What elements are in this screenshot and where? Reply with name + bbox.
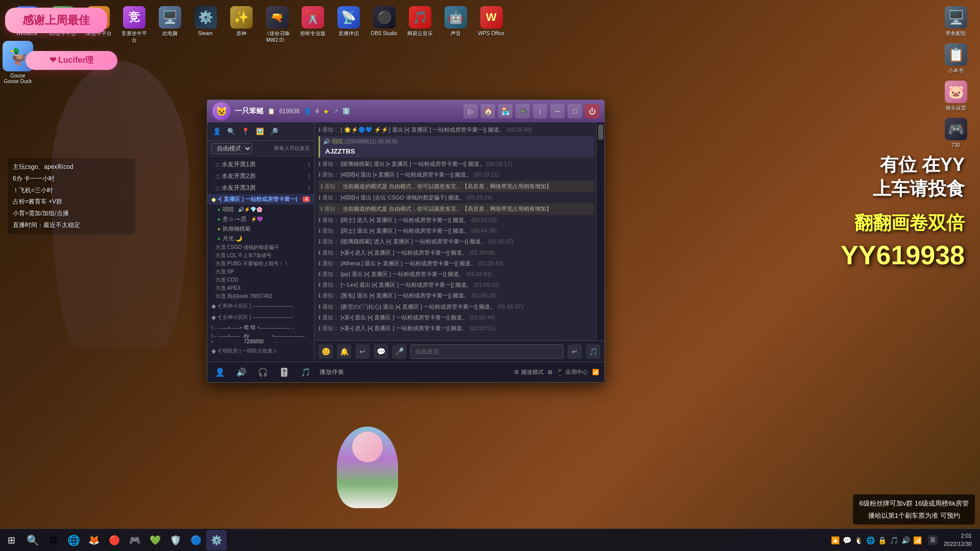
note-cod[interactable]: 方茂 COD — [207, 276, 314, 284]
taskbar-app-security[interactable]: 🛡️ — [165, 530, 186, 550]
yy-bottom-music-icon[interactable]: 🎵 — [298, 365, 313, 380]
yy-channel-mode-btn[interactable]: ⚙ 频道模式 — [514, 368, 544, 376]
chat-text-input[interactable] — [410, 344, 564, 359]
desktop-icon-settings[interactable]: 🐷 猪头设置 — [939, 79, 972, 113]
yy-btn-live[interactable]: ▷ — [463, 104, 478, 118]
channel-item-voice3[interactable]: ◻ 水友开黑3房 | — [207, 182, 314, 194]
taskbar-lang[interactable]: 英 — [928, 535, 938, 545]
sound-label: 声音 — [451, 30, 461, 37]
desktop-icon-steam[interactable]: ⚙️ Steam — [189, 4, 222, 39]
desktop-icon-sound[interactable]: 🤖 声音 — [439, 4, 472, 39]
chat-send-icon[interactable]: ↵ — [568, 344, 582, 359]
tray-qq[interactable]: 🐧 — [854, 536, 863, 544]
desktop-icon-mw2[interactable]: 🔫 《使命召唤MW2.0》 — [260, 4, 293, 45]
chat-gift-button[interactable]: 🔔 — [337, 344, 351, 359]
taskbar-clock[interactable]: 2:01 2022/12/30 — [940, 532, 976, 548]
channel-item-voice2[interactable]: ◻ 水友开黑2房 | — [207, 170, 314, 182]
note-pubg[interactable]: 方茂 PUBG 不要输给上我号！！ — [207, 260, 314, 268]
yy-bottom-headset-btn[interactable]: 🎧 — [255, 365, 271, 380]
tray-music[interactable]: 🎵 — [890, 536, 898, 544]
yy-btn-home[interactable]: 🏠 — [481, 104, 495, 118]
desktop-icon-netease[interactable]: 🎵 网易云音乐 — [403, 4, 436, 39]
channel-group-song[interactable]: ◆•[ 唱歌房 ] 一唱歌点抢麦♬ — [207, 345, 314, 357]
chat-reply-button[interactable]: ↩ — [355, 344, 370, 359]
desktop-icon-obs[interactable]: ⚫ OBS Studio — [368, 4, 401, 39]
taskbar-app-game[interactable]: 🎮 — [125, 530, 145, 550]
taskbar-app-social[interactable]: 💚 — [145, 530, 165, 550]
yy-bottom-mic-btn[interactable]: 🔊 — [234, 365, 249, 380]
main-channel-item[interactable]: ◆ •[ 直播区 ] 一站粉或房管卡黄一| 4 — [207, 194, 314, 205]
yy-stars: ★ — [323, 108, 329, 115]
yy-bottom-play-label[interactable]: 播放伴奏 — [320, 368, 344, 377]
channel-group-female[interactable]: ◆•[ 女神小宾区 ] ———————— — [207, 312, 314, 323]
yy-window: 😺 一只笨鳐 📋 619938 👤 4 ★ ↗ ℹ️ ▷ 🏠 🏪 🎮 ↕ ─ □… — [207, 99, 605, 383]
desktop-icon-wps[interactable]: W WPS Office — [475, 4, 508, 39]
note-sp[interactable]: 方茂 SP — [207, 268, 314, 276]
scroll-thumb[interactable] — [598, 124, 603, 140]
tray-network[interactable]: 🌐 — [866, 536, 875, 544]
taskbar-app-red[interactable]: 🔴 — [104, 530, 125, 550]
yy-channel-list[interactable]: ◻ 水友开黑1房 | ◻ 水友开黑2房 | ◻ 水友开黑3房 | ◆ • — [207, 157, 314, 362]
chat-emoji-button[interactable]: 😊 — [318, 344, 333, 359]
tray-wifi[interactable]: 📶 — [913, 536, 922, 544]
taskbar-steam[interactable]: ⚙️ — [206, 530, 227, 550]
user-item-changchang[interactable]: ● 唱唱 🔊⚡💎🌸 — [207, 205, 314, 214]
chat-mic-button[interactable]: 🎤 — [392, 344, 406, 359]
yy-app-center-btn[interactable]: 📱 应用中心 — [556, 368, 588, 376]
tray-expand[interactable]: 🔼 — [831, 536, 840, 544]
desktop-icon-730[interactable]: 🎮 730 — [939, 116, 972, 151]
chat-msg-6: ℹ 通知： [•唱唱•] 退出 [去玩 CSGO 借钱的都是骗子] 频道。 (0… — [318, 192, 594, 203]
yy-btn-game[interactable]: 🎮 — [516, 104, 530, 118]
toolbar-image-icon[interactable]: 🖼️ — [254, 126, 265, 137]
user-item-yisi[interactable]: ● 意☆-·•-思 ⚡💜 — [207, 214, 314, 224]
yy-signal-btn[interactable]: 📶 — [592, 369, 599, 375]
chat-voice-icon[interactable]: 🎵 — [586, 344, 600, 359]
taskbar-start-button[interactable]: ⊞ — [0, 529, 22, 552]
desktop-icon-live[interactable]: 📡 直播伴侣 — [332, 4, 365, 39]
desktop-icon-notebook[interactable]: 📋 小本书 — [939, 41, 972, 76]
tray-sound[interactable]: 🔊 — [901, 536, 910, 544]
yy-layout-btn[interactable]: ⊞ — [548, 369, 552, 375]
bottom-notice: 6级粉丝牌可加v群 16级或周榜6k房管 播哈以第1个刷车票为准 可预约 — [853, 494, 975, 524]
note-csgo[interactable]: 方茂 CSGO 借钱的都是骗子 — [207, 243, 314, 252]
chat-scrollbar[interactable] — [596, 122, 604, 340]
yy-share-icon: ↗ — [333, 108, 338, 115]
channel-mode-select[interactable]: 自由模式 房管模式 — [211, 143, 252, 154]
yy-left-toolbar: 👤 🔍 📍 🖼️ 🔎 — [207, 122, 314, 141]
note-lol[interactable]: 方茂 LOL 不上车?加借号 — [207, 252, 314, 260]
yy-btn-store[interactable]: 🏪 — [498, 104, 512, 118]
taskbar-search[interactable]: 🔍 — [22, 530, 43, 550]
taskbar-app-antivirus[interactable]: 🦊 — [84, 530, 104, 550]
toolbar-magnify-icon[interactable]: 🔎 — [268, 126, 280, 137]
chat-at-button[interactable]: 💬 — [374, 344, 388, 359]
yy-btn-arrow[interactable]: ↕ — [533, 104, 547, 118]
toolbar-search-icon[interactable]: 🔍 — [226, 126, 237, 137]
yy-bottom-equalizer-btn[interactable]: 🎚️ — [277, 365, 292, 380]
desktop-icon-compete[interactable]: 竞 竞赛坐牛平台 — [117, 4, 151, 45]
toolbar-user-icon[interactable]: 👤 — [211, 126, 223, 137]
channel-group-male[interactable]: ◆•[ 男神小宾区 ] ———————— — [207, 300, 314, 312]
yy-btn-close[interactable]: ⏻ — [585, 104, 599, 118]
yy-bottom-avatar-btn[interactable]: 👤 — [212, 365, 228, 380]
desktop-icon-yuanshen[interactable]: ✨ 原神 — [225, 4, 258, 39]
toolbar-location-icon[interactable]: 📍 — [240, 126, 251, 137]
taskbar-browser[interactable]: 🌐 — [63, 530, 84, 550]
desktop-icon-jianying[interactable]: ✂️ 剪映专业版 — [296, 4, 329, 39]
channel-item-voice1[interactable]: ◻ 水友开黑1房 | — [207, 159, 314, 170]
speech-bubble-2: ❤ Lucifer理 — [26, 51, 117, 70]
chat-msg-3: ℹ 通知： [玻璃猫残菊] 退出 [• 直播区 ] 一站粉或房管卡黄一|] 频道… — [318, 159, 594, 169]
yy-btn-minimize[interactable]: ─ — [550, 104, 565, 118]
user-item-zhiyao[interactable]: ● 执拗钢残菊 — [207, 224, 314, 234]
taskbar-app-other[interactable]: 🔵 — [186, 530, 206, 550]
desktop-icon-computer[interactable]: 🖥️ 此电脑 — [153, 4, 186, 39]
tray-lock[interactable]: 🔒 — [878, 536, 887, 544]
tray-chat[interactable]: 💬 — [843, 536, 851, 544]
yy-user-count: 4 — [315, 108, 319, 115]
desktop-icon-peiyu[interactable]: 🖥️ 带鱼配轮 — [939, 4, 972, 39]
yy-btn-maximize[interactable]: □ — [568, 104, 582, 118]
yy-bottom-right: ⚙ 频道模式 ⊞ 📱 应用中心 📶 — [514, 368, 599, 376]
note-apex[interactable]: 方茂 APEX — [207, 284, 314, 292]
note-kook[interactable]: 方茂 我在kook 78837492 — [207, 292, 314, 300]
taskbar-task-view[interactable]: ⧉ — [43, 530, 63, 550]
user-item-yueguang[interactable]: ● 月光 🌙 — [207, 234, 314, 243]
